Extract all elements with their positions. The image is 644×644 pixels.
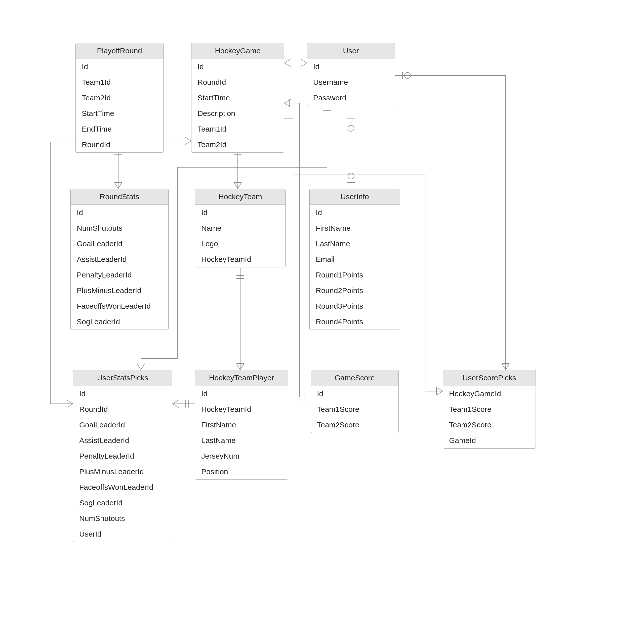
entity-field: PlusMinusLeaderId: [71, 283, 168, 298]
entity-field: FaceoffsWonLeaderId: [73, 479, 172, 495]
entity-field: RoundId: [73, 401, 172, 417]
entity-field: Id: [195, 386, 288, 401]
entity-header: UserScorePicks: [443, 370, 536, 386]
entity-header: HockeyTeamPlayer: [195, 370, 288, 386]
entity-userscorepicks: UserScorePicksHockeyGameIdTeam1ScoreTeam…: [443, 370, 536, 449]
entity-gamescore: GameScoreIdTeam1ScoreTeam2Score: [311, 370, 399, 433]
entity-field: HockeyTeamId: [195, 252, 285, 267]
entity-field: PenaltyLeaderId: [71, 267, 168, 283]
entity-field: PlusMinusLeaderId: [73, 464, 172, 479]
svg-line-7: [284, 59, 291, 63]
svg-point-24: [348, 173, 354, 179]
entity-user: UserIdUsernamePassword: [307, 43, 395, 106]
entity-field: Team1Score: [311, 401, 398, 417]
entity-header: User: [307, 43, 395, 59]
svg-line-34: [67, 400, 73, 404]
entity-field: RoundId: [76, 137, 163, 152]
svg-line-29: [236, 364, 240, 370]
entity-field: UserId: [73, 526, 172, 542]
svg-line-18: [234, 182, 238, 189]
entity-field: LastName: [195, 433, 288, 448]
entity-header: UserInfo: [310, 189, 400, 205]
entity-field: SogLeaderId: [73, 495, 172, 511]
svg-line-53: [141, 364, 145, 370]
svg-line-35: [67, 404, 73, 408]
svg-line-56: [436, 391, 443, 395]
entity-header: GameScore: [311, 370, 398, 386]
entity-playoffround: PlayoffRoundIdTeam1IdTeam2IdStartTimeEnd…: [75, 43, 164, 153]
entity-field: Team1Score: [443, 401, 536, 417]
svg-line-49: [506, 364, 509, 370]
entity-field: Round4Points: [310, 314, 400, 330]
entity-field: Team2Score: [443, 417, 536, 433]
svg-line-30: [240, 364, 244, 370]
entity-field: Round1Points: [310, 267, 400, 283]
entity-field: Email: [310, 252, 400, 267]
svg-line-3: [185, 137, 191, 141]
entity-field: LastName: [310, 236, 400, 252]
entity-field: Password: [307, 90, 395, 106]
entity-roundstats: RoundStatsIdNumShutoutsGoalLeaderIdAssis…: [70, 189, 169, 330]
entity-hockeyteamplayer: HockeyTeamPlayerIdHockeyTeamIdFirstNameL…: [195, 370, 288, 480]
entity-field: Logo: [195, 236, 285, 252]
svg-line-9: [301, 59, 307, 63]
svg-point-22: [348, 125, 354, 131]
entity-field: Id: [311, 386, 398, 401]
entity-field: Description: [191, 106, 284, 121]
entity-field: Id: [76, 59, 163, 74]
entity-header: PlayoffRound: [76, 43, 163, 59]
entity-field: Round2Points: [310, 283, 400, 298]
er-diagram-canvas: PlayoffRoundIdTeam1IdTeam2IdStartTimeEnd…: [0, 0, 644, 644]
entity-field: Round3Points: [310, 298, 400, 314]
svg-line-55: [436, 387, 443, 391]
entity-field: Id: [191, 59, 284, 74]
svg-line-13: [114, 182, 118, 189]
svg-line-37: [172, 400, 179, 404]
svg-line-10: [301, 63, 307, 67]
entity-field: StartTime: [191, 90, 284, 106]
entity-field: AssistLeaderId: [73, 433, 172, 448]
entity-userstatspicks: UserStatsPicksIdRoundIdGoalLeaderIdAssis…: [73, 370, 172, 542]
entity-field: Id: [310, 205, 400, 220]
entity-field: Id: [307, 59, 395, 74]
entity-field: JerseyNum: [195, 448, 288, 464]
entity-header: RoundStats: [71, 189, 168, 205]
svg-line-14: [118, 182, 122, 189]
svg-line-43: [284, 103, 291, 107]
svg-line-4: [185, 141, 191, 145]
entity-field: Name: [195, 220, 285, 236]
entity-field: GoalLeaderId: [73, 417, 172, 433]
svg-line-19: [238, 182, 241, 189]
entity-field: Team2Id: [191, 137, 284, 152]
entity-userinfo: UserInfoIdFirstNameLastNameEmailRound1Po…: [309, 189, 400, 330]
entity-field: Team2Id: [76, 90, 163, 106]
entity-field: HockeyGameId: [443, 386, 536, 401]
entity-header: HockeyTeam: [195, 189, 285, 205]
entity-field: HockeyTeamId: [195, 401, 288, 417]
entity-hockeyteam: HockeyTeamIdNameLogoHockeyTeamId: [195, 189, 286, 267]
entity-field: Id: [71, 205, 168, 220]
entity-field: FirstName: [195, 417, 288, 433]
entity-field: Id: [195, 205, 285, 220]
entity-field: EndTime: [76, 121, 163, 137]
entity-field: FaceoffsWonLeaderId: [71, 298, 168, 314]
entity-field: Team1Id: [191, 121, 284, 137]
entity-field: GameId: [443, 433, 536, 448]
svg-point-46: [405, 72, 411, 78]
entity-field: NumShutouts: [71, 220, 168, 236]
entity-field: PenaltyLeaderId: [73, 448, 172, 464]
entity-field: FirstName: [310, 220, 400, 236]
entity-field: StartTime: [76, 106, 163, 121]
entity-field: Position: [195, 464, 288, 479]
entity-field: Username: [307, 74, 395, 90]
entity-field: AssistLeaderId: [71, 252, 168, 267]
svg-line-52: [137, 364, 141, 370]
svg-line-42: [284, 99, 291, 103]
entity-field: Id: [73, 386, 172, 401]
entity-field: GoalLeaderId: [71, 236, 168, 252]
entity-hockeygame: HockeyGameIdRoundIdStartTimeDescriptionT…: [191, 43, 284, 153]
svg-line-8: [284, 63, 291, 67]
entity-field: NumShutouts: [73, 511, 172, 526]
entity-header: UserStatsPicks: [73, 370, 172, 386]
entity-field: Team2Score: [311, 417, 398, 433]
